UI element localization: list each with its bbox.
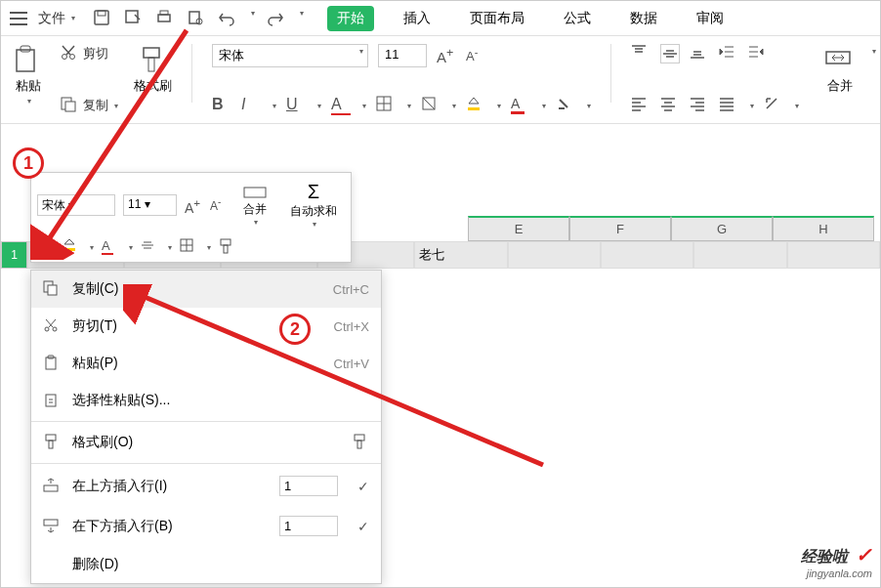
svg-rect-28: [46, 357, 56, 369]
ctx-copy-label: 复制(C): [72, 280, 118, 298]
check-icon[interactable]: ✓: [357, 479, 369, 494]
mini-autosum-button[interactable]: Σ 自动求和▾: [282, 179, 345, 231]
font-color-icon[interactable]: A: [511, 96, 530, 115]
justify-icon[interactable]: [719, 96, 738, 115]
italic-icon[interactable]: I: [241, 96, 261, 115]
ctx-copy[interactable]: 复制(C) Ctrl+C: [31, 271, 381, 308]
save-icon[interactable]: [93, 9, 112, 28]
align-top-icon[interactable]: [631, 44, 650, 63]
align-left-icon[interactable]: [631, 96, 650, 115]
check-icon[interactable]: ✓: [357, 519, 369, 534]
mini-align-icon[interactable]: [141, 238, 158, 256]
col-header-g[interactable]: G: [671, 216, 773, 241]
font-name-select[interactable]: 宋体▾: [212, 44, 368, 67]
ctx-paste[interactable]: 粘贴(P) Ctrl+V: [31, 345, 381, 382]
ctx-insert-above-label: 在上方插入行(I): [72, 478, 167, 495]
mini-format-painter-icon[interactable]: [219, 238, 236, 256]
copy-label: 复制: [83, 97, 108, 114]
ctx-delete[interactable]: 删除(D): [31, 546, 381, 583]
undo-dropdown-icon[interactable]: ▾: [251, 9, 255, 28]
increase-font-icon[interactable]: A+: [437, 46, 456, 65]
svg-rect-34: [357, 441, 361, 448]
cell[interactable]: [508, 241, 601, 269]
bold-icon[interactable]: B: [212, 96, 231, 115]
hamburger-icon[interactable]: [9, 9, 28, 28]
highlight-icon[interactable]: [556, 96, 575, 115]
merge-button[interactable]: 合并: [824, 44, 856, 115]
decrease-font-icon[interactable]: A-: [466, 46, 485, 65]
ctx-cut-label: 剪切(T): [72, 317, 117, 335]
mini-fill-icon[interactable]: [63, 238, 80, 256]
cell[interactable]: [601, 241, 693, 269]
col-header-f[interactable]: F: [569, 216, 671, 241]
col-header-h[interactable]: H: [773, 216, 874, 241]
ctx-insert-below-input[interactable]: [279, 516, 338, 536]
border-icon[interactable]: [376, 96, 396, 115]
merge-icon: [824, 44, 856, 75]
ctx-paste-special[interactable]: 选择性粘贴(S)...: [31, 382, 381, 419]
align-right-icon[interactable]: [690, 96, 709, 115]
fill-gradient-icon[interactable]: [421, 96, 440, 115]
ctx-insert-above-input[interactable]: [279, 476, 338, 496]
paste-button[interactable]: 粘贴▾: [13, 44, 44, 115]
tab-insert[interactable]: 插入: [394, 6, 440, 31]
svg-point-10: [70, 55, 75, 60]
cut-button[interactable]: 剪切: [60, 44, 118, 63]
print-icon[interactable]: [155, 9, 175, 28]
ctx-insert-above[interactable]: 在上方插入行(I) ✓: [31, 466, 381, 506]
tab-review[interactable]: 审阅: [687, 6, 734, 31]
mini-merge-button[interactable]: 合并▾: [235, 182, 274, 229]
save-as-icon[interactable]: [124, 9, 144, 28]
svg-rect-33: [355, 435, 364, 441]
mini-border-icon[interactable]: [180, 238, 197, 256]
svg-rect-19: [244, 188, 266, 197]
tab-data[interactable]: 数据: [620, 6, 667, 31]
mini-font-size[interactable]: 11 ▾: [123, 194, 177, 216]
align-middle-icon[interactable]: [660, 44, 680, 63]
insert-row-below-icon: [43, 518, 61, 535]
mini-font-name[interactable]: 宋体 ▾: [37, 194, 115, 216]
paste-label: 粘贴: [16, 77, 41, 95]
underline-icon[interactable]: U: [286, 96, 306, 115]
cell[interactable]: [787, 241, 880, 269]
svg-rect-3: [158, 15, 170, 21]
svg-rect-25: [48, 285, 57, 295]
col-header-e[interactable]: E: [468, 216, 569, 241]
orientation-icon[interactable]: [764, 96, 783, 115]
watermark-url: jingyanla.com: [807, 567, 872, 579]
row-number[interactable]: 1: [1, 241, 27, 269]
cell[interactable]: [693, 241, 786, 269]
top-menu-bar: 文件 ▾ ▾ ▾ 开始 插入 页面布局 公式 数据 审阅: [1, 1, 880, 36]
font-style-a-icon[interactable]: A: [331, 96, 351, 115]
align-group: ▾ ▾: [631, 44, 799, 115]
merge-label: 合并: [827, 77, 853, 95]
font-size-select[interactable]: 11▾: [378, 44, 427, 67]
align-center-icon[interactable]: [660, 96, 680, 115]
ctx-cut[interactable]: 剪切(T) Ctrl+X: [31, 308, 381, 345]
tab-start[interactable]: 开始: [327, 6, 374, 31]
mini-bold-icon[interactable]: B: [37, 238, 55, 256]
fill-color-icon[interactable]: [466, 96, 485, 115]
format-painter-button[interactable]: 格式刷: [134, 44, 172, 115]
mini-decrease-font-icon[interactable]: A-: [210, 196, 228, 214]
file-menu[interactable]: 文件 ▾: [32, 8, 81, 29]
tab-formula[interactable]: 公式: [554, 6, 601, 31]
align-bottom-icon[interactable]: [690, 44, 709, 63]
indent-decrease-icon[interactable]: [719, 44, 738, 63]
svg-rect-31: [46, 435, 56, 441]
mini-toolbar: 宋体 ▾ 11 ▾ A+ A- 合并▾ Σ 自动求和▾ B ▾ A▾ ▾ ▾: [30, 172, 352, 263]
undo-icon[interactable]: [218, 9, 237, 28]
svg-rect-12: [65, 102, 75, 111]
tab-page-layout[interactable]: 页面布局: [460, 6, 534, 31]
indent-increase-icon[interactable]: [748, 44, 768, 63]
copy-button[interactable]: 复制▾: [60, 96, 118, 115]
format-painter-icon: [352, 434, 369, 451]
print-preview-icon[interactable]: [187, 9, 206, 28]
mini-increase-font-icon[interactable]: A+: [185, 196, 202, 214]
mini-font-color-icon[interactable]: A: [102, 238, 119, 256]
ctx-format-painter[interactable]: 格式刷(O): [31, 424, 381, 461]
redo-icon[interactable]: [267, 9, 286, 28]
ctx-insert-below[interactable]: 在下方插入行(B) ✓: [31, 506, 381, 546]
cell[interactable]: 老七: [414, 241, 507, 269]
redo-dropdown-icon[interactable]: ▾: [300, 9, 304, 28]
